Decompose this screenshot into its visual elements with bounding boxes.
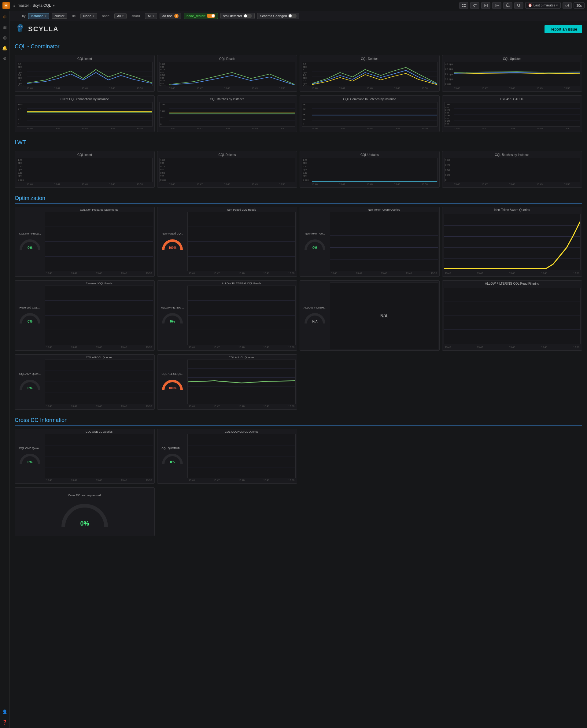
gauge-chart-reversed-cql[interactable]	[45, 286, 153, 345]
gauge-right-reversed-cql: Reversed CQL Reads 13:4613:4713:4813:491…	[45, 282, 153, 349]
gauge-chart-non-paged[interactable]	[187, 212, 296, 271]
chart-area-cql-updates[interactable]: 4K ops3K ops2K ops1K ops0 ops	[444, 62, 580, 86]
gauge-chart-cql-all[interactable]	[187, 359, 296, 404]
cluster-filter[interactable]: cluster	[52, 13, 67, 19]
chart-area-cql-cmd-batches[interactable]: 4K3K2K1K0	[302, 102, 438, 126]
sidebar-gear-icon[interactable]: ⚙	[2, 55, 8, 62]
gauge-card-non-prepared: CQL Non-Prepa... 0% CQL Non-Prepared Sta…	[15, 207, 155, 277]
sidebar-home-icon[interactable]: ⊕	[2, 14, 8, 20]
stall-detector-switch[interactable]	[243, 14, 252, 18]
gauge-chart-allow-filtering-read[interactable]	[444, 288, 581, 344]
cql-coordinator-row1: CQL Insert 0.8 ops0.6 ops0.4 ops0.2 ops0…	[15, 55, 582, 92]
sidebar-grid-icon[interactable]: ▦	[2, 24, 8, 30]
cross-dc-row1: CQL ONE Queri... 0% CQL ONE CL Queries 1…	[15, 429, 582, 484]
cross-dc-bottom-empty4	[442, 487, 582, 536]
gauge-chart-allow-filtering[interactable]	[187, 286, 296, 345]
optimization-row2: Reversed CQL ... 0% Reversed CQL Reads 1…	[15, 280, 582, 350]
refresh-icon[interactable]	[563, 2, 572, 9]
shard-value-filter[interactable]: All ▾	[145, 13, 157, 19]
gauge-right-title-non-paged: Non-Paged CQL Reads	[187, 208, 296, 211]
cross-dc-bottom-empty3	[300, 487, 440, 536]
chart-area-lwt-insert[interactable]: 1.00 ops0.75 ops0.50 ops0 ops	[17, 158, 152, 182]
stall-detector-toggle[interactable]: stall detector	[220, 13, 255, 19]
gauge-chart-non-token-aware[interactable]	[444, 214, 581, 270]
dashboard-icon-btn[interactable]	[459, 2, 468, 9]
gauge-svg-reversed-cql: 0%	[18, 310, 42, 325]
brand-name: SCYLLA	[28, 25, 59, 33]
gauge-label-cql-quorum: CQL QUORUM ...	[161, 447, 183, 450]
gauge-chart-cql-any[interactable]	[45, 359, 153, 404]
svg-text:0%: 0%	[80, 520, 89, 527]
gauge-right-non-prepared: CQL Non-Prepared Statements 13:4613:4713…	[45, 208, 153, 275]
chart-area-cql-reads[interactable]: 1.00 ops0.75 ops0.50 ops0.25 ops0 ops	[159, 62, 295, 86]
chart-title-non-token-aware: Non-Token Aware Queries	[444, 208, 581, 212]
gauge-left-reversed-cql: Reversed CQL ... 0%	[16, 282, 44, 349]
by-label: by	[22, 14, 26, 18]
chart-cql-updates: CQL Updates 4K ops3K ops2K ops1K ops0 op…	[442, 55, 582, 92]
svg-rect-3	[464, 4, 466, 5]
gauge-svg-non-paged: 100%	[160, 236, 185, 251]
share-btn[interactable]	[470, 2, 479, 9]
gauge-label-non-token: Non-Token Aw...	[305, 232, 325, 235]
sidebar-compass-icon[interactable]: ◎	[2, 34, 8, 41]
filterbar: by Instance ▾ cluster dc None ▾ node All…	[10, 11, 587, 21]
chart-area-lwt-updates[interactable]: 1.00 ops0.75 ops0.50 ops0 ops	[302, 158, 438, 182]
chart-cql-deletes: CQL Deletes 2.5 ops2.0 ops1.0 ops0.5 ops…	[300, 55, 440, 92]
grafana-logo	[2, 2, 10, 9]
chart-area-cql-deletes[interactable]: 2.5 ops2.0 ops1.0 ops0.5 ops0 ops	[302, 62, 438, 86]
gauge-right-title-cql-one: CQL ONE CL Queries	[45, 430, 153, 433]
gauge-card-cql-quorum: CQL QUORUM ... 0% CQL QUORUM CL Queries …	[157, 429, 297, 484]
chart-area-cql-batches[interactable]: 1.5K1.0K5000	[159, 102, 295, 126]
node-restart-switch[interactable]	[207, 14, 215, 18]
svg-point-1	[5, 5, 7, 6]
gauge-chart-cql-quorum[interactable]	[187, 434, 296, 478]
optimization-title: Optimization	[15, 191, 582, 204]
gauge-chart-non-token[interactable]	[330, 212, 438, 271]
instance-filter[interactable]: Instance ▾	[28, 13, 49, 19]
node-restart-toggle[interactable]: node_restart	[184, 13, 218, 19]
svg-rect-5	[464, 6, 466, 7]
svg-text:0%: 0%	[170, 320, 175, 323]
gauge-svg-non-prepared: 0%	[18, 236, 42, 251]
refresh-interval-btn[interactable]: 30s	[573, 2, 585, 8]
gauge-left-cql-any: CQL ANY Queri... 0%	[16, 356, 44, 408]
dc-label: dc	[70, 14, 78, 18]
cross-dc-title: Cross DC Information	[15, 414, 582, 426]
schema-changed-switch[interactable]	[288, 14, 297, 18]
gauge-chart-cql-one[interactable]	[45, 434, 153, 478]
chart-area-lwt-deletes[interactable]: 1.00 ops0.75 ops0.50 ops0 ops	[159, 158, 295, 182]
gauge-left-cql-all: CQL ALL CL Qu... 100%	[159, 356, 186, 408]
header-area: SCYLLA Report an issue	[10, 21, 587, 37]
gauge-right-cql-quorum: CQL QUORUM CL Queries 13:4613:4713:4813:…	[187, 430, 296, 483]
settings-btn[interactable]	[492, 2, 501, 9]
chart-area-lwt-batches[interactable]: 1.000.750.500.250	[444, 158, 580, 182]
gauge-card-cross-dc-read-all: Cross DC read requests All 0%	[15, 487, 155, 536]
sidebar-bell-icon[interactable]: 🔔	[2, 45, 8, 51]
dropdown-arrow[interactable]: ▾	[53, 3, 55, 8]
alerting-btn[interactable]	[503, 2, 512, 9]
gauge-right-title-allow-filtering: ALLOW FILTERING CQL Reads	[187, 282, 296, 285]
chart-area-bypass-cache[interactable]: 1.00 ops0.75 ops0.50 ops0.25 ops0 ops	[444, 102, 580, 126]
svg-point-19	[21, 26, 22, 27]
gauge-card-empty2	[442, 354, 582, 410]
schema-changed-toggle[interactable]: Schema Changed	[257, 13, 299, 19]
node-value-filter[interactable]: All ▾	[114, 13, 126, 19]
gauge-chart-non-prepared[interactable]	[45, 212, 153, 271]
gauge-right-allow-filtering: ALLOW FILTERING CQL Reads 13:4613:4713:4…	[187, 282, 296, 349]
gauge-right-cql-one: CQL ONE CL Queries 13:4613:4713:4813:491…	[45, 430, 153, 483]
optimization-row1: CQL Non-Prepa... 0% CQL Non-Prepared Sta…	[15, 207, 582, 277]
gauge-card-cross-empty1	[300, 429, 440, 484]
gauge-chart-allow-filtering-na[interactable]: N/A	[330, 283, 438, 349]
chart-title-cql-cmd-batches: CQL Command In Batches by Instance	[302, 97, 438, 101]
gauge-card-allow-filtering-read: ALLOW FILTERING CQL Read Filtering 13:46…	[442, 280, 582, 350]
gauge-left-non-paged: Non-Paged CQ... 100%	[159, 208, 186, 275]
export-btn[interactable]	[481, 2, 490, 9]
search-btn[interactable]	[514, 2, 523, 9]
gauge-card-cql-any: CQL ANY Queri... 0% CQL ANY CL Queries 1…	[15, 354, 155, 410]
dc-value-filter[interactable]: None ▾	[80, 13, 97, 19]
chart-area-cql-insert[interactable]: 0.8 ops0.6 ops0.4 ops0.2 ops0 ops	[17, 62, 152, 86]
report-issue-button[interactable]: Report an issue	[544, 25, 582, 33]
adhoc-filter[interactable]: ad hoc +	[160, 13, 181, 19]
time-range-btn[interactable]: ⏰Last 5 minutes ▾	[525, 2, 561, 8]
chart-area-client-cql-conn[interactable]: 10.07.55.02.50	[17, 102, 152, 126]
